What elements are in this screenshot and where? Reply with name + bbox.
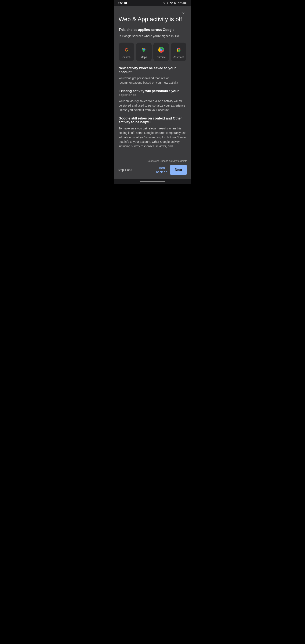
svg-point-19 bbox=[178, 49, 179, 50]
home-indicator bbox=[114, 179, 190, 184]
section4-heading: Google still relies on context and Other… bbox=[118, 116, 186, 124]
page-title: Web & App activity is off bbox=[118, 16, 186, 23]
apps-grid: G Search bbox=[118, 42, 186, 61]
turn-back-on-button[interactable]: Turnback on bbox=[156, 166, 167, 174]
bluetooth-icon bbox=[166, 2, 169, 4]
wifi-icon bbox=[170, 2, 173, 4]
section2-heading: New activity won't be saved to your acco… bbox=[118, 66, 186, 74]
app-chrome: Chrome bbox=[153, 42, 169, 61]
svg-rect-1 bbox=[184, 2, 186, 4]
status-time: 9:58 bbox=[118, 2, 123, 5]
bottom-hint: Next step: Choose activity to delete bbox=[118, 160, 187, 162]
main-content: × Web & App activity is off This choice … bbox=[114, 6, 190, 157]
action-buttons: Turnback on Next bbox=[156, 165, 187, 175]
assistant-icon bbox=[174, 46, 183, 54]
svg-point-6 bbox=[143, 48, 145, 50]
status-icons: 78% bbox=[163, 2, 187, 4]
section2-text: You won't get personalized features or r… bbox=[118, 76, 186, 85]
app-maps: Maps bbox=[136, 42, 152, 61]
bottom-actions: Step 1 of 3 Turnback on Next bbox=[118, 165, 187, 175]
signal-icon bbox=[174, 2, 177, 4]
section4-text: To make sure you get relevant results wh… bbox=[118, 126, 186, 148]
battery-icon bbox=[184, 2, 187, 4]
assistant-app-icon bbox=[174, 45, 183, 54]
app-search: G Search bbox=[118, 42, 134, 61]
svg-point-13 bbox=[160, 49, 162, 51]
status-time-area: 9:58 bbox=[118, 2, 127, 5]
section3-heading: Existing activity will personalize your … bbox=[118, 89, 186, 97]
svg-rect-2 bbox=[187, 2, 187, 4]
google-g-icon: G bbox=[122, 46, 131, 54]
step-indicator: Step 1 of 3 bbox=[118, 168, 132, 172]
status-bar: 9:58 78% bbox=[114, 0, 190, 6]
youtube-icon bbox=[124, 2, 127, 4]
alarm-icon bbox=[163, 2, 166, 4]
section3-text: Your previously saved Web & App Activity… bbox=[118, 99, 186, 112]
chrome-app-icon bbox=[156, 45, 166, 54]
bottom-bar: Next step: Choose activity to delete Ste… bbox=[114, 157, 190, 179]
search-app-icon: G bbox=[122, 45, 131, 54]
chrome-icon bbox=[157, 46, 166, 54]
maps-label: Maps bbox=[141, 56, 147, 59]
maps-app-icon bbox=[139, 45, 148, 54]
app-assistant: Assistant bbox=[171, 42, 186, 61]
close-button[interactable]: × bbox=[180, 9, 187, 17]
search-label: Search bbox=[122, 56, 130, 59]
svg-text:G: G bbox=[124, 47, 128, 52]
section1-text: In Google services where you're signed i… bbox=[118, 34, 186, 38]
battery-percent: 78% bbox=[178, 2, 182, 4]
chrome-label: Chrome bbox=[157, 56, 166, 59]
maps-icon bbox=[140, 46, 148, 54]
assistant-label: Assistant bbox=[174, 56, 184, 59]
section1-heading: This choice applies across Google bbox=[118, 28, 186, 32]
next-button[interactable]: Next bbox=[170, 165, 187, 175]
home-bar bbox=[140, 181, 165, 182]
